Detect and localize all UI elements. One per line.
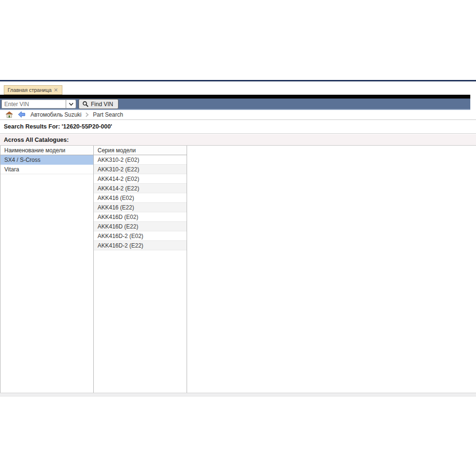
series-row[interactable]: AKK416D (E02) bbox=[94, 212, 187, 222]
toolbar-top-strip bbox=[0, 95, 470, 99]
model-series-column-header: Серия модели bbox=[94, 146, 187, 155]
vin-toolbar: Find VIN bbox=[0, 99, 470, 110]
tab-close-icon[interactable]: ✕ bbox=[54, 87, 58, 93]
series-row[interactable]: AKK414-2 (E22) bbox=[94, 184, 187, 193]
catalogues-heading: Across All Catalogues: bbox=[4, 137, 69, 143]
tab-label: Главная страница bbox=[4, 87, 51, 93]
results-table: Наименование модели SX4 / S-Cross Vitara… bbox=[0, 146, 187, 393]
vin-input[interactable] bbox=[1, 99, 66, 109]
breadcrumb-item-part-search: Part Search bbox=[93, 111, 123, 118]
model-row-sx4-s-cross[interactable]: SX4 / S-Cross bbox=[0, 155, 93, 165]
search-results-row: Search Results For: '12620-55P20-000' bbox=[0, 120, 476, 134]
series-row[interactable]: AKK310-2 (E22) bbox=[94, 165, 187, 174]
breadcrumb-chevron-icon bbox=[85, 112, 89, 117]
back-arrow-icon[interactable] bbox=[18, 111, 25, 118]
find-vin-button[interactable]: Find VIN bbox=[79, 99, 119, 109]
series-row[interactable]: AKK416 (E02) bbox=[94, 193, 187, 203]
app-window: Главная страница ✕ Find VIN bbox=[0, 0, 476, 476]
breadcrumb: Автомобиль Suzuki Part Search bbox=[0, 110, 476, 120]
top-divider bbox=[0, 80, 476, 81]
series-row[interactable]: AKK310-2 (E02) bbox=[94, 155, 187, 165]
model-name-column: Наименование модели SX4 / S-Cross Vitara bbox=[0, 146, 94, 393]
model-row-vitara[interactable]: Vitara bbox=[0, 165, 93, 174]
tab-main-page[interactable]: Главная страница ✕ bbox=[4, 85, 62, 95]
home-icon[interactable] bbox=[6, 111, 13, 118]
series-row[interactable]: AKK416D (E22) bbox=[94, 222, 187, 231]
series-row[interactable]: AKK414-2 (E02) bbox=[94, 174, 187, 184]
model-series-column: Серия модели AKK310-2 (E02) AKK310-2 (E2… bbox=[94, 146, 187, 393]
series-row[interactable]: AKK416D-2 (E22) bbox=[94, 241, 187, 250]
series-row[interactable]: AKK416 (E22) bbox=[94, 203, 187, 212]
panel-footer-strip bbox=[0, 393, 476, 397]
model-name-column-header: Наименование модели bbox=[0, 146, 93, 155]
vin-history-dropdown[interactable] bbox=[66, 99, 76, 109]
find-vin-label: Find VIN bbox=[91, 101, 113, 108]
series-row[interactable]: AKK416D-2 (E02) bbox=[94, 231, 187, 241]
breadcrumb-item-suzuki[interactable]: Автомобиль Suzuki bbox=[30, 111, 81, 118]
chevron-down-icon bbox=[69, 102, 74, 106]
search-results-heading: Search Results For: '12620-55P20-000' bbox=[4, 123, 112, 130]
search-icon bbox=[82, 101, 89, 107]
catalogues-bar: Across All Catalogues: bbox=[0, 134, 476, 146]
